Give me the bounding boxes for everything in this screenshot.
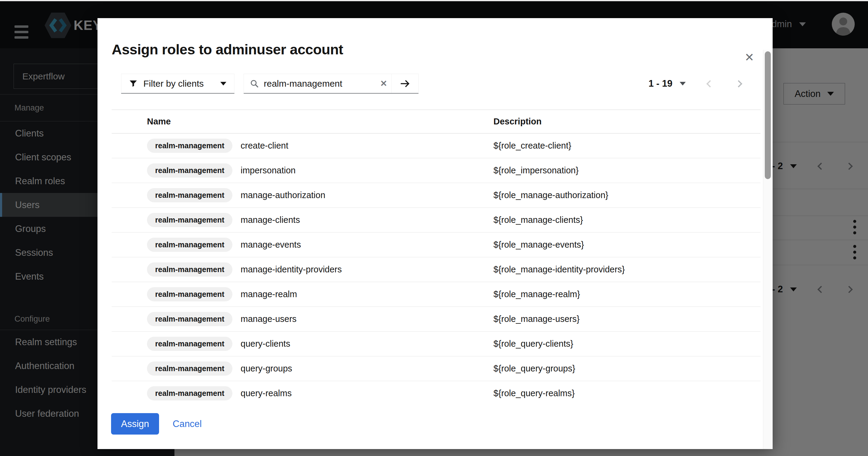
cancel-link[interactable]: Cancel: [173, 419, 202, 429]
search-field: ✕: [244, 74, 392, 93]
search-group: ✕: [244, 74, 418, 94]
clear-search-icon[interactable]: ✕: [380, 79, 387, 88]
role-name: manage-events: [241, 240, 301, 250]
role-name: manage-users: [241, 314, 297, 324]
client-badge: realm-management: [147, 312, 232, 326]
filter-label: Filter by clients: [143, 79, 204, 89]
role-description: ${role_create-client}: [493, 141, 761, 151]
search-submit-button[interactable]: [392, 74, 418, 93]
role-name: manage-authorization: [241, 190, 326, 200]
arrow-right-icon: [400, 78, 410, 89]
client-badge: realm-management: [147, 362, 232, 376]
modal-scrollbar-track[interactable]: [763, 50, 772, 449]
role-description: ${role_manage-realm}: [493, 289, 761, 299]
client-badge: realm-management: [147, 213, 232, 227]
role-name: impersonation: [241, 166, 296, 175]
assign-button[interactable]: Assign: [111, 413, 159, 434]
role-name: query-clients: [241, 339, 290, 349]
client-badge: realm-management: [147, 139, 232, 153]
assign-roles-modal: Assign roles to adminuser account ✕ Filt…: [97, 18, 773, 449]
client-badge: realm-management: [147, 188, 232, 202]
role-description: ${role_query-realms}: [493, 388, 761, 398]
chevron-right-icon[interactable]: [735, 80, 742, 87]
role-description: ${role_manage-events}: [493, 240, 761, 250]
role-name: query-groups: [241, 364, 292, 374]
role-description: ${role_manage-authorization}: [493, 190, 761, 200]
table-row: realm-management create-client ${role_cr…: [112, 134, 761, 158]
pagination-caret-icon[interactable]: [680, 82, 686, 85]
table-body: realm-management create-client ${role_cr…: [112, 134, 761, 402]
client-badge: realm-management: [147, 262, 232, 277]
modal-footer: Assign Cancel: [111, 413, 202, 434]
modal-title: Assign roles to adminuser account: [112, 41, 343, 58]
table-row: realm-management manage-realm ${role_man…: [112, 282, 761, 307]
filter-by-clients-dropdown[interactable]: Filter by clients: [121, 74, 235, 94]
client-badge: realm-management: [147, 337, 232, 351]
close-icon[interactable]: ✕: [740, 48, 758, 66]
table-header-row: Name Description: [112, 110, 761, 134]
client-badge: realm-management: [147, 238, 232, 252]
modal-pagination: 1 - 19: [649, 74, 741, 94]
filter-caret-icon: [220, 82, 226, 85]
role-description: ${role_impersonation}: [493, 166, 761, 175]
role-description: ${role_manage-clients}: [493, 215, 761, 225]
column-header-description: Description: [493, 117, 761, 126]
table-row: realm-management query-clients ${role_qu…: [112, 332, 761, 357]
client-badge: realm-management: [147, 287, 232, 302]
table-row: realm-management manage-authorization ${…: [112, 183, 761, 208]
column-header-name: Name: [147, 117, 493, 126]
role-name: query-realms: [241, 388, 291, 398]
window-top-edge: [0, 0, 868, 1]
table-row: realm-management manage-identity-provide…: [112, 257, 761, 282]
table-row: realm-management manage-clients ${role_m…: [112, 208, 761, 232]
table-row: realm-management impersonation ${role_im…: [112, 158, 761, 183]
filter-funnel-icon: [129, 79, 137, 88]
screen: KEYCLOAK admin Expertflow ManageClientsC…: [0, 0, 868, 456]
client-badge: realm-management: [147, 163, 232, 177]
table-row: realm-management manage-users ${role_man…: [112, 307, 761, 332]
role-name: create-client: [241, 141, 288, 151]
search-icon: [250, 79, 259, 88]
client-badge: realm-management: [147, 386, 232, 400]
table-row: realm-management query-groups ${role_que…: [112, 357, 761, 381]
modal-toolbar: Filter by clients ✕: [97, 74, 773, 94]
role-description: ${role_query-groups}: [493, 364, 761, 374]
role-description: ${role_manage-identity-providers}: [493, 264, 761, 275]
modal-scrollbar-thumb[interactable]: [765, 51, 771, 179]
chevron-left-icon[interactable]: [706, 80, 713, 87]
pagination-range: 1 - 19: [649, 78, 673, 89]
table-row: realm-management manage-events ${role_ma…: [112, 232, 761, 257]
role-description: ${role_manage-users}: [493, 314, 761, 324]
role-description: ${role_query-clients}: [493, 339, 761, 349]
role-name: manage-realm: [241, 289, 297, 299]
table-row: realm-management query-realms ${role_que…: [112, 381, 761, 402]
role-name: manage-clients: [241, 215, 300, 225]
search-input[interactable]: [264, 79, 357, 89]
role-name: manage-identity-providers: [241, 264, 342, 275]
roles-table: Name Description realm-management create…: [112, 110, 761, 402]
